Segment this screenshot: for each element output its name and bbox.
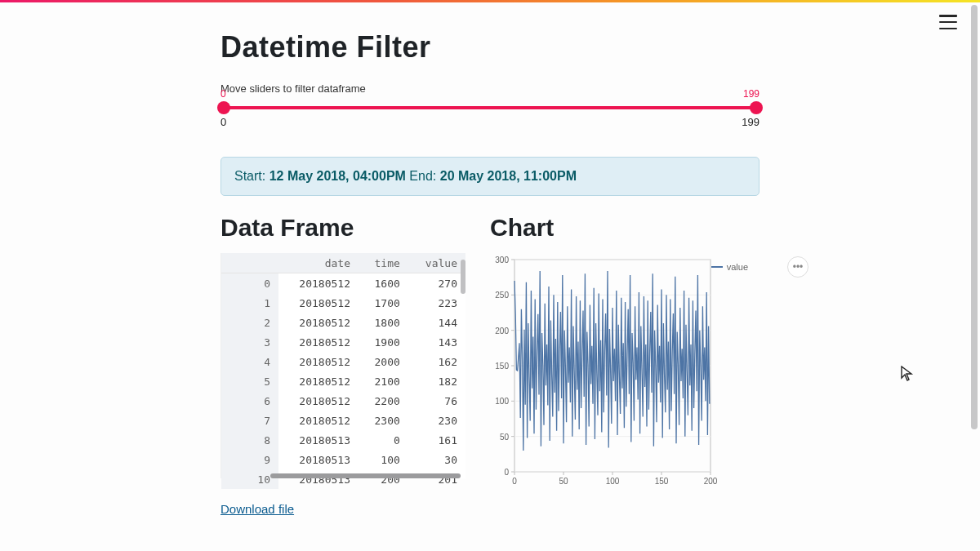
download-link[interactable]: Download file bbox=[220, 502, 294, 516]
table-cell: 1 bbox=[221, 293, 278, 313]
table-cell: 200 bbox=[359, 469, 408, 489]
slider-caption: Move sliders to filter dataframe bbox=[220, 82, 760, 95]
table-cell: 144 bbox=[408, 313, 466, 332]
table-cell: 230 bbox=[408, 411, 466, 430]
svg-text:100: 100 bbox=[606, 477, 620, 484]
table-cell: 3 bbox=[221, 332, 278, 352]
legend-label: value bbox=[727, 262, 748, 272]
dataframe-horizontal-scrollbar[interactable] bbox=[270, 473, 461, 478]
table-cell: 20180512 bbox=[278, 371, 359, 391]
dataframe-heading: Data Frame bbox=[220, 214, 466, 242]
chart-heading: Chart bbox=[490, 214, 760, 242]
table-row: 1201805121700223 bbox=[221, 293, 466, 313]
table-cell: 20180512 bbox=[278, 273, 359, 294]
table-row: 1020180513200201 bbox=[221, 469, 466, 489]
svg-text:300: 300 bbox=[495, 256, 509, 264]
vertical-scrollbar[interactable] bbox=[971, 5, 978, 429]
table-row: 620180512220076 bbox=[221, 391, 466, 411]
table-cell: 0 bbox=[359, 430, 408, 450]
table-cell: 182 bbox=[408, 371, 466, 391]
table-cell: 2200 bbox=[359, 391, 408, 411]
info-end-label: End: bbox=[409, 169, 436, 183]
table-cell: 6 bbox=[221, 391, 278, 411]
dataframe-col-header: time bbox=[359, 253, 408, 273]
table-cell: 2100 bbox=[359, 371, 408, 391]
table-row: 0201805121600270 bbox=[221, 273, 466, 294]
svg-text:150: 150 bbox=[495, 362, 509, 371]
main-content: Datetime Filter Move sliders to filter d… bbox=[220, 2, 760, 541]
table-cell: 20180513 bbox=[278, 469, 359, 489]
table-cell: 5 bbox=[221, 371, 278, 391]
table-cell: 143 bbox=[408, 332, 466, 352]
table-cell: 270 bbox=[408, 273, 466, 294]
slider-axis-max: 199 bbox=[742, 116, 760, 128]
dataframe-column: Data Frame datetimevalue 020180512160027… bbox=[220, 196, 466, 478]
slider-tooltip-left: 0 bbox=[220, 88, 226, 100]
info-end-value: 20 May 2018, 11:00PM bbox=[440, 169, 577, 183]
dataframe-col-header bbox=[221, 253, 278, 273]
table-cell: 20180512 bbox=[278, 293, 359, 313]
range-slider[interactable]: 0 199 0 199 bbox=[220, 100, 760, 136]
table-cell: 20180513 bbox=[278, 450, 359, 469]
table-cell: 4 bbox=[221, 352, 278, 371]
table-cell: 8 bbox=[221, 430, 278, 450]
svg-text:50: 50 bbox=[559, 477, 568, 484]
table-row: 5201805122100182 bbox=[221, 371, 466, 391]
table-cell: 1900 bbox=[359, 332, 408, 352]
page-title: Datetime Filter bbox=[220, 30, 760, 64]
table-cell: 9 bbox=[221, 450, 278, 469]
dataframe-col-header: value bbox=[408, 253, 466, 273]
dataframe-vertical-scrollbar[interactable] bbox=[461, 260, 466, 294]
table-cell: 76 bbox=[408, 391, 466, 411]
table-row: 4201805122000162 bbox=[221, 352, 466, 371]
table-row: 3201805121900143 bbox=[221, 332, 466, 352]
chart-container: 050100150200250300050100150200 value ••• bbox=[490, 253, 760, 484]
svg-text:100: 100 bbox=[495, 397, 509, 406]
dataframe-table: datetimevalue 02018051216002701201805121… bbox=[221, 253, 466, 489]
slider-handle-left[interactable] bbox=[217, 101, 230, 114]
table-cell: 7 bbox=[221, 411, 278, 430]
table-cell: 162 bbox=[408, 352, 466, 371]
table-cell: 161 bbox=[408, 430, 466, 450]
table-cell: 100 bbox=[359, 450, 408, 469]
dataframe-table-wrap: datetimevalue 02018051216002701201805121… bbox=[220, 253, 466, 478]
table-cell: 2300 bbox=[359, 411, 408, 430]
table-cell: 20180512 bbox=[278, 332, 359, 352]
svg-text:150: 150 bbox=[655, 477, 669, 484]
table-cell: 20180512 bbox=[278, 391, 359, 411]
table-cell: 10 bbox=[221, 469, 278, 489]
slider-handle-right[interactable] bbox=[750, 101, 763, 114]
table-cell: 20180512 bbox=[278, 313, 359, 332]
slider-track bbox=[224, 106, 756, 109]
table-cell: 2000 bbox=[359, 352, 408, 371]
table-cell: 30 bbox=[408, 450, 466, 469]
svg-text:250: 250 bbox=[495, 291, 509, 300]
svg-text:50: 50 bbox=[500, 433, 510, 442]
svg-text:200: 200 bbox=[495, 327, 509, 335]
table-cell: 201 bbox=[408, 469, 466, 489]
table-row: 92018051310030 bbox=[221, 450, 466, 469]
chart-more-button[interactable]: ••• bbox=[787, 256, 808, 278]
table-cell: 223 bbox=[408, 293, 466, 313]
table-cell: 0 bbox=[221, 273, 278, 294]
dataframe-col-header: date bbox=[278, 253, 359, 273]
mouse-cursor-icon bbox=[901, 366, 914, 386]
table-cell: 20180512 bbox=[278, 411, 359, 430]
table-cell: 1800 bbox=[359, 313, 408, 332]
table-cell: 20180512 bbox=[278, 352, 359, 371]
table-row: 2201805121800144 bbox=[221, 313, 466, 332]
table-row: 7201805122300230 bbox=[221, 411, 466, 430]
info-start-label: Start: bbox=[234, 169, 265, 183]
table-cell: 2 bbox=[221, 313, 278, 332]
download-link-row: Download file bbox=[220, 502, 760, 517]
chart-column: Chart 050100150200250300050100150200 val… bbox=[490, 196, 760, 484]
legend-swatch-icon bbox=[711, 266, 723, 268]
table-cell: 1700 bbox=[359, 293, 408, 313]
svg-text:200: 200 bbox=[704, 477, 718, 484]
hamburger-menu-icon[interactable] bbox=[939, 15, 957, 29]
svg-text:0: 0 bbox=[504, 468, 509, 477]
table-row: 8201805130161 bbox=[221, 430, 466, 450]
info-start-value: 12 May 2018, 04:00PM bbox=[270, 169, 406, 183]
table-cell: 1600 bbox=[359, 273, 408, 294]
table-cell: 20180513 bbox=[278, 430, 359, 450]
